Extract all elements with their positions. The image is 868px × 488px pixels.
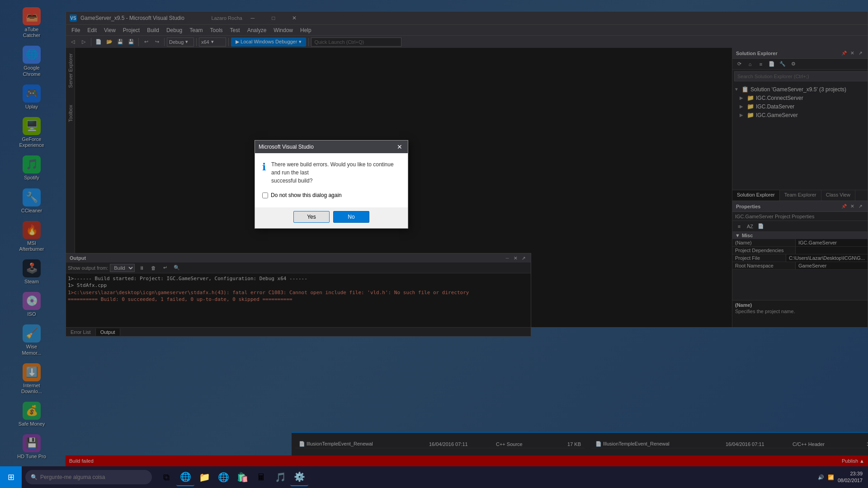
taskbar-app-vs[interactable]: ⚙️: [290, 468, 308, 486]
clock-time: 23:39: [838, 470, 863, 477]
desktop: 📥aTube Catcher🌐Google Chrome🎮Uplay🖥️GeFo…: [0, 0, 868, 488]
modal-overlay: Microsoft Visual Studio ✕ ℹ There were b…: [0, 0, 868, 488]
taskbar-search-input[interactable]: [40, 474, 131, 480]
info-icon: ℹ: [262, 161, 266, 185]
taskbar-search-box[interactable]: 🔍: [25, 470, 152, 484]
modal-text: There were build errors. Would you like …: [271, 160, 401, 185]
clock-date: 08/02/2017: [838, 477, 863, 484]
taskbar-app-edge[interactable]: 🌐: [214, 468, 232, 486]
modal-checkbox-row: Do not show this dialog again: [262, 192, 401, 198]
taskbar: ⊞ 🔍 ⧉ 🌐 📁 🌐 🛍️ 🖩 🎵 ⚙️ 🔊 📶 23:39 08/02/20…: [0, 466, 868, 488]
modal-yes-button[interactable]: Yes: [293, 211, 330, 223]
taskbar-app-calc[interactable]: 🖩: [252, 468, 270, 486]
modal-buttons: Yes No: [255, 207, 408, 228]
taskbar-app-chrome[interactable]: 🌐: [176, 468, 194, 486]
taskbar-app-store[interactable]: 🛍️: [233, 468, 251, 486]
taskbar-app-explorer[interactable]: 📁: [195, 468, 213, 486]
taskbar-apps: ⧉ 🌐 📁 🌐 🛍️ 🖩 🎵 ⚙️: [157, 468, 308, 486]
search-icon: 🔍: [31, 474, 38, 480]
tray-volume-icon[interactable]: 🔊: [818, 474, 824, 480]
taskbar-app-taskview[interactable]: ⧉: [157, 468, 175, 486]
modal-body: ℹ There were build errors. Would you lik…: [255, 153, 408, 207]
modal-titlebar: Microsoft Visual Studio ✕: [255, 141, 408, 153]
dont-show-checkbox[interactable]: [262, 192, 268, 198]
dont-show-label: Do not show this dialog again: [271, 192, 342, 198]
modal-title: Microsoft Visual Studio: [259, 144, 314, 150]
modal-message: ℹ There were build errors. Would you lik…: [262, 160, 401, 185]
taskbar-right: 🔊 📶 23:39 08/02/2017: [818, 470, 868, 484]
taskbar-app-media[interactable]: 🎵: [271, 468, 289, 486]
taskbar-clock[interactable]: 23:39 08/02/2017: [838, 470, 863, 484]
modal-dialog: Microsoft Visual Studio ✕ ℹ There were b…: [255, 140, 408, 229]
tray-network-icon[interactable]: 📶: [828, 474, 834, 480]
modal-close-button[interactable]: ✕: [395, 142, 404, 151]
modal-no-button[interactable]: No: [333, 211, 369, 223]
start-button[interactable]: ⊞: [0, 466, 22, 488]
